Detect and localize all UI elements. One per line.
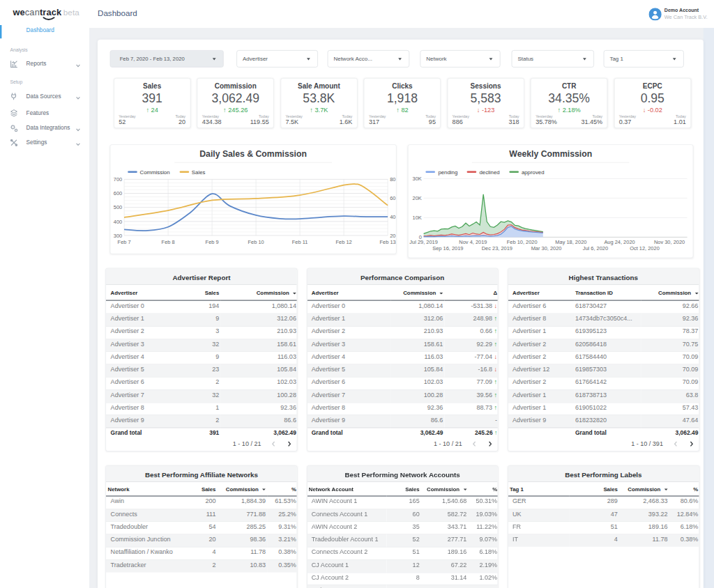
svg-text:Mar 30, 2020: Mar 30, 2020 <box>531 245 562 252</box>
svg-text:500: 500 <box>113 204 121 210</box>
svg-text:Sep 16, 2019: Sep 16, 2019 <box>432 245 463 252</box>
svg-text:Feb 9: Feb 9 <box>205 238 218 245</box>
svg-text:Feb 7: Feb 7 <box>117 238 130 245</box>
svg-text:Nov 30, 2020: Nov 30, 2020 <box>654 239 685 245</box>
svg-text:Feb 10: Feb 10 <box>248 238 264 245</box>
svg-text:Feb 10, 2020: Feb 10, 2020 <box>507 239 538 245</box>
svg-text:300: 300 <box>113 232 121 238</box>
svg-text:20: 20 <box>390 232 395 238</box>
svg-text:30K: 30K <box>412 176 421 182</box>
svg-text:40: 40 <box>390 213 395 219</box>
svg-text:May 18, 2020: May 18, 2020 <box>555 239 586 245</box>
svg-text:Nov 4, 2019: Nov 4, 2019 <box>459 239 487 245</box>
svg-text:60: 60 <box>390 195 395 201</box>
svg-text:Feb 12: Feb 12 <box>335 238 351 245</box>
svg-text:700: 700 <box>113 176 121 183</box>
svg-text:80: 80 <box>390 176 395 183</box>
svg-text:Aug 24, 2020: Aug 24, 2020 <box>604 239 635 245</box>
svg-text:Oct 12, 2020: Oct 12, 2020 <box>630 245 660 252</box>
svg-text:Feb 11: Feb 11 <box>291 238 307 245</box>
svg-text:600: 600 <box>113 190 121 196</box>
svg-text:Feb 13: Feb 13 <box>379 238 395 245</box>
svg-text:20K: 20K <box>412 195 421 201</box>
svg-text:Dec 23, 2019: Dec 23, 2019 <box>482 245 512 252</box>
svg-text:Jul 29, 2019: Jul 29, 2019 <box>409 239 438 245</box>
svg-text:10K: 10K <box>412 215 421 221</box>
svg-text:Feb 8: Feb 8 <box>161 238 174 245</box>
svg-text:400: 400 <box>113 218 121 224</box>
svg-text:Jul 6, 2020: Jul 6, 2020 <box>583 245 608 252</box>
